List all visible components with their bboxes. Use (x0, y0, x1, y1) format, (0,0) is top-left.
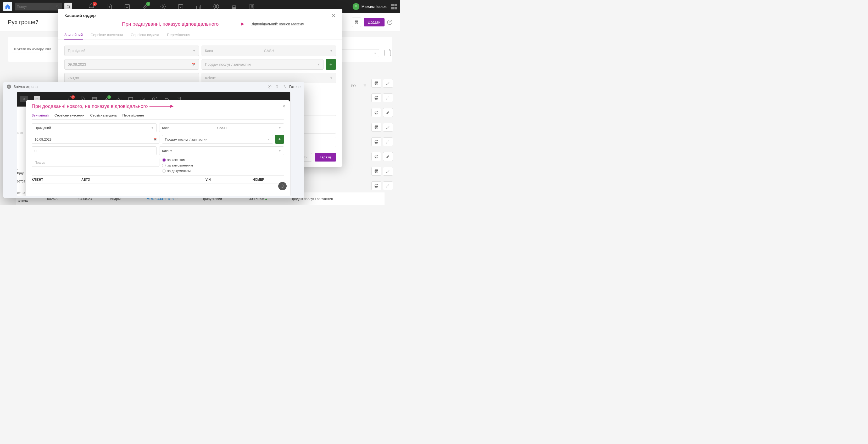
date-input[interactable]: 09.08.2023📅 (64, 59, 199, 70)
pencil-icon (386, 81, 390, 85)
row-edit-button[interactable] (383, 93, 393, 102)
tab-service-in[interactable]: Сервісне внесення (91, 31, 123, 39)
row-print-button[interactable] (371, 79, 381, 88)
inner-search-input[interactable]: Пошук (32, 158, 159, 167)
printer-icon (374, 140, 378, 144)
row-edit-button[interactable] (383, 167, 393, 176)
row-print-button[interactable] (371, 123, 381, 132)
printer-icon (374, 169, 378, 173)
screenshot-done-button[interactable]: Готово (289, 85, 301, 89)
add-button[interactable]: Додати (364, 18, 384, 26)
inner-close-button[interactable]: ✕ (282, 104, 286, 109)
global-search-input[interactable] (17, 5, 56, 9)
radio-by-client[interactable]: за клієнтом (162, 158, 284, 162)
analytics-select[interactable]: Продаж послуг / запчастин▼ (202, 59, 323, 70)
printer-icon (374, 125, 378, 129)
radio-by-document[interactable]: за документом (162, 169, 284, 173)
inner-amount-input[interactable]: 0 (32, 146, 157, 155)
inner-tab-transfer[interactable]: Переміщення (122, 112, 144, 119)
trash-icon[interactable] (275, 84, 279, 89)
left-frag-2: ° Орде (17, 168, 26, 175)
filter-search-input[interactable] (12, 45, 54, 53)
svg-rect-20 (375, 126, 378, 128)
svg-rect-9 (356, 23, 358, 24)
lasso-icon (280, 184, 284, 188)
svg-rect-30 (376, 171, 377, 173)
inner-cashbox-select[interactable]: КасаCASH▼ (159, 123, 284, 132)
row-print-button[interactable] (371, 167, 381, 176)
svg-rect-17 (375, 112, 378, 113)
pencil-icon (386, 184, 390, 188)
tab-service-out[interactable]: Сервісна видача (131, 31, 159, 39)
pencil-icon (386, 169, 390, 173)
svg-rect-8 (355, 22, 358, 23)
inner-counterparty-select[interactable]: Клієнт▼ (159, 146, 284, 155)
row-print-button[interactable] (371, 108, 381, 117)
printer-icon (374, 81, 378, 85)
arrow-right-icon (150, 106, 173, 106)
row-print-button[interactable] (371, 182, 381, 190)
markup-fab[interactable] (278, 182, 287, 190)
svg-rect-14 (375, 97, 378, 98)
filter-icon[interactable] (363, 84, 367, 88)
wrench-badge: 1 (146, 2, 150, 6)
left-frag-1: у, клі (17, 131, 26, 134)
home-icon (5, 4, 10, 9)
modal-title: Касовий ордер (64, 13, 331, 18)
inner-cash-order-modal: ✕ При додаванні нового, не показує відпо… (26, 100, 290, 196)
tab-transfer[interactable]: Переміщення (167, 31, 190, 39)
inner-analytics-select[interactable]: Продаж послуг / запчастин▼ (162, 135, 273, 144)
calendar-icon: 📅 (192, 63, 195, 66)
row-edit-button[interactable] (383, 123, 393, 132)
responsible-label: Відповідальний: Іванов Максим (250, 22, 304, 26)
help-icon[interactable]: ? (387, 20, 392, 25)
svg-rect-32 (375, 185, 378, 186)
printer-icon (374, 96, 378, 100)
svg-rect-22 (375, 140, 377, 141)
svg-rect-27 (376, 157, 377, 158)
row-edit-button[interactable] (383, 79, 393, 88)
home-button[interactable] (3, 2, 12, 11)
user-area[interactable]: Максим Іванов (352, 3, 397, 10)
chevron-down-icon: ▼ (268, 138, 270, 141)
chevron-down-icon: ▼ (193, 49, 195, 52)
th-number: НОМЕР (253, 178, 284, 182)
svg-rect-33 (376, 186, 377, 187)
row-edit-button[interactable] (383, 108, 393, 117)
cashbox-select[interactable]: КасаCASH▼ (202, 45, 336, 56)
th-auto: АВТО (82, 178, 206, 182)
apps-icon[interactable] (391, 4, 397, 9)
radio-by-order[interactable]: за замовленням (162, 163, 284, 167)
inner-date-input[interactable]: 10.08.2023📅 (32, 135, 159, 144)
svg-rect-18 (376, 113, 377, 114)
row-edit-button[interactable] (383, 182, 393, 190)
close-button[interactable]: ✕ (331, 13, 336, 19)
svg-rect-23 (375, 141, 378, 142)
inner-tab-service-out[interactable]: Сервісна видача (90, 112, 117, 119)
pencil-icon[interactable] (267, 84, 272, 89)
triangle-up-icon (265, 198, 267, 200)
left-frag-4: 07103 (17, 191, 26, 194)
ok-button[interactable]: Гаразд (315, 153, 336, 161)
global-search-box[interactable] (15, 3, 62, 10)
row-edit-button[interactable] (383, 152, 393, 161)
inner-tab-service-in[interactable]: Сервісне внесення (55, 112, 85, 119)
printer-icon (354, 20, 359, 24)
inner-type-select[interactable]: Прихідний▼ (32, 123, 157, 132)
screenshot-close-button[interactable]: ✕ (7, 85, 11, 89)
type-select[interactable]: Прихідний▼ (64, 45, 199, 56)
add-analytics-button[interactable]: + (326, 59, 336, 70)
inner-add-analytics-button[interactable]: + (275, 135, 284, 144)
tab-ordinary[interactable]: Звичайний (64, 31, 83, 39)
share-icon[interactable] (282, 84, 287, 89)
inner-tab-ordinary[interactable]: Звичайний (32, 112, 49, 119)
calendar-icon[interactable] (384, 50, 391, 56)
row-edit-button[interactable] (383, 137, 393, 146)
row-print-button[interactable] (371, 137, 381, 146)
row-print-button[interactable] (371, 152, 381, 161)
row-print-button[interactable] (371, 93, 381, 102)
svg-point-6 (355, 5, 357, 6)
chevron-down-icon: ▼ (279, 150, 281, 152)
pencil-icon (386, 110, 390, 115)
print-button[interactable] (352, 18, 361, 27)
